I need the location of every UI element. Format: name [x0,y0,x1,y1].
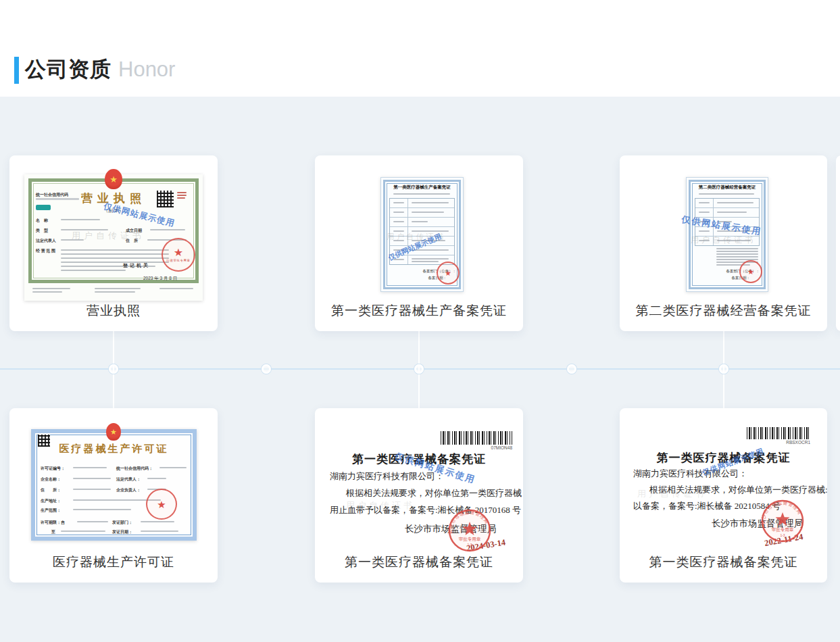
watermark-upload-text: 用户自传证书 [72,230,145,242]
page-subtitle: Honor [118,57,175,81]
national-emblem-icon: ★ [106,423,121,441]
blurred-text-line [61,249,169,251]
blurred-text-line [716,248,758,249]
blurred-text-line [716,256,758,257]
title-accent-bar [14,57,19,84]
blurred-text-line [159,288,193,289]
blurred-text-line [32,288,70,289]
field-label: 经 营 范 围 [36,248,55,254]
stamp-star-icon: ★ [747,268,754,276]
stamp-star-icon: ★ [445,270,451,277]
blurred-text-line [61,530,105,532]
addressee-line: 湖南力宾医疗科技有限公司： [633,468,747,480]
blurred-text-line [95,291,135,293]
page-title-text: 公司资质 [25,57,112,81]
stamp-number: 1-3 [780,533,785,537]
watermark-upload-text: 用户自传证书 [637,488,706,500]
barcode-code: 07MION48 [441,445,512,450]
stamp-star-icon: ★ [157,499,166,510]
field-label: 企业名称： [41,476,61,483]
table-row [390,208,454,218]
stamp-label: 审批专用章 [772,527,794,533]
blurred-text-line [699,193,754,195]
company-honor-page: 公司资质Honor ★ 统一社会信用代码 营业执照 （副 本） 名 称 类 型 … [0,0,840,642]
blurred-text-line [61,253,169,255]
page-title: 公司资质Honor [25,55,175,84]
card-caption: 第一类医疗器械备案凭证 [620,553,827,571]
field-label: 至 [51,529,55,535]
national-emblem-icon: ★ [105,169,122,189]
blurred-text-line [73,509,131,510]
business-license-image: ★ 统一社会信用代码 营业执照 （副 本） 名 称 类 型 法定代表人 经 营 … [24,174,203,301]
barcode-icon [747,427,810,439]
field-label: 生产范围： [41,508,61,514]
issue-date: 2023 年 3 月 8 日 [143,276,177,282]
emblem-star-icon: ★ [110,428,117,436]
field-label: 法定代表人： [116,476,141,483]
next-card-peek[interactable] [836,155,840,331]
field-label: 发证部门： [112,520,132,526]
certificate-card-production-license[interactable]: ★ 医疗器械生产许可证 许可证编号： 统一社会信用代码： 企业名称： 法定代表人… [9,408,218,583]
red-stamp-icon: ★ [739,260,762,283]
field-label: 发证日期： [112,529,132,535]
certificate-card-class1-filing-2017[interactable]: 07MION48 第一类医疗器械备案凭证 湖南力宾医疗科技有限公司： 根据相关法… [315,408,523,583]
field-label: 类 型 [36,228,48,234]
table-row [695,199,759,208]
red-stamp-icon: 长沙市市场监督管理局 审批专用章 1-3 [447,508,492,553]
field-label: 许可期限：自 [41,520,65,526]
blurred-text-line [61,257,169,259]
barcode-code: RBSXOCR1 [747,440,810,445]
filing-certificate-image: 第二类医疗器械经营备案凭证 备案部门（公章）： 备案日期： ★ 用户自传证书 [686,177,768,292]
table-row [390,218,454,227]
field-label: 住 所： [41,487,61,493]
blurred-text-line [147,478,166,479]
blurred-text-line [141,530,178,532]
stamp-label: 审批专用章 [459,537,481,542]
field-label: 统一社会信用代码： [116,466,153,472]
card-caption: 医疗器械生产许可证 [9,553,218,571]
blurred-text-line [150,229,185,230]
field-label: 企业负责人： [116,487,141,493]
production-license-image: ★ 医疗器械生产许可证 许可证编号： 统一社会信用代码： 企业名称： 法定代表人… [31,429,197,541]
timeline-dot [109,364,118,374]
table-row [390,199,454,208]
barcode-icon [441,431,512,445]
timeline-dot [262,364,271,374]
card-caption: 第一类医疗器械生产备案凭证 [315,302,523,320]
certificate-card-class2-operation-filing[interactable]: 第二类医疗器械经营备案凭证 备案部门（公章）： 备案日期： ★ 用户自传证书 [620,155,827,331]
blurred-text-line [61,270,126,271]
certificate-card-business-license[interactable]: ★ 统一社会信用代码 营业执照 （副 本） 名 称 类 型 法定代表人 经 营 … [9,155,218,331]
timeline-dot [414,364,424,374]
body-line: 根据相关法规要求，对你单位第一类医疗器械：一次性使 [346,487,523,499]
watermark-upload-text: 用户自传证书 [691,234,756,246]
qr-code-icon [157,191,174,207]
blurred-text-line [141,521,174,522]
blurred-text-line [32,291,62,293]
field-label: 法定代表人 [36,238,56,244]
filing-certificate-image: 第一类医疗器械生产备案凭证 备案部门（公章）： 备案日期： ★ 用户自传证书 仅… [380,177,464,292]
blurred-text-line [159,467,187,468]
field-label: 名 称 [36,218,48,224]
blurred-text-line [177,197,185,199]
emblem-star-icon: ★ [109,175,118,184]
table-row [695,208,759,218]
body-line: 以备案，备案号:湘长械备 20210584 号 [633,500,781,512]
red-stamp-icon: ★ 行政审批专用章 [162,238,195,272]
stamp-star-icon: ★ [174,247,183,258]
field-label: 生产地址： [41,498,61,504]
blurred-text-line [61,262,169,263]
card-caption: 第一类医疗器械备案凭证 [315,553,523,571]
stamp-number: 1-3 [467,543,472,547]
blurred-text-line [77,521,108,522]
watermark-upload-text: 用户自传证书 [346,499,415,512]
red-stamp-icon: ★ [146,489,177,520]
blurred-text-line [177,192,187,193]
card-caption: 第二类医疗器械经营备案凭证 [620,302,827,320]
blurred-text-line [73,489,111,490]
blurred-text-line [73,467,107,468]
certificate-card-class1-production-filing[interactable]: 第一类医疗器械生产备案凭证 备案部门（公章）： 备案日期： ★ 用户自传证书 仅… [315,155,523,331]
field-label: 许可证编号： [41,466,65,472]
blurred-text-line [61,219,100,220]
certificate-card-class1-filing-2021[interactable]: RBSXOCR1 第一类医疗器械备案凭证 湖南力宾医疗科技有限公司： 根据相关法… [620,408,827,583]
blurred-text-line [73,478,111,479]
